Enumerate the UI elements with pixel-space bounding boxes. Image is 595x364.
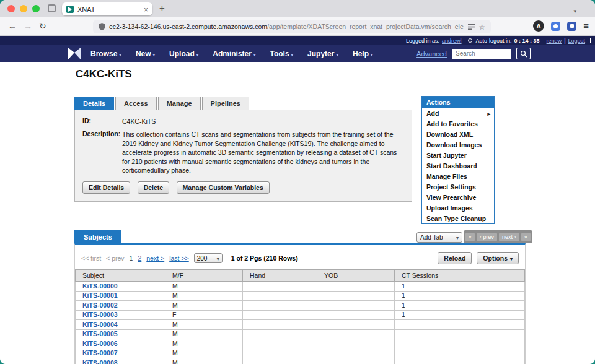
subject-link[interactable]: KiTS-00001	[82, 292, 118, 299]
new-tab-button[interactable]	[159, 2, 165, 14]
session-strip: Logged in as: andrewl Auto-logout in: 0 …	[0, 36, 595, 45]
next-page-link[interactable]: next >	[146, 254, 164, 262]
menu-new[interactable]: New	[136, 50, 155, 58]
cell-yob	[317, 320, 395, 330]
cell-mf: M	[165, 291, 243, 301]
table-row: KiTS-00000 M 1	[76, 282, 525, 292]
subject-link[interactable]: KiTS-00000	[82, 282, 118, 290]
logout-link[interactable]: Logout	[568, 38, 585, 44]
reload-page-button[interactable]	[39, 21, 46, 31]
action-download-xml[interactable]: Download XML	[422, 129, 494, 139]
manage-custom-variables-button[interactable]: Manage Custom Variables	[177, 181, 270, 194]
page-content: C4KC-KiTS Details Access Manage Pipeline…	[0, 62, 595, 364]
action-start-jupyter[interactable]: Start Jupyter	[422, 150, 494, 160]
reload-button[interactable]: Reload	[438, 252, 472, 264]
menu-upload[interactable]: Upload	[169, 50, 198, 58]
action-scan-type-cleanup[interactable]: Scan Type Cleanup	[422, 213, 494, 223]
subject-link[interactable]: KiTS-00008	[82, 359, 118, 364]
delete-button[interactable]: Delete	[138, 181, 170, 194]
menu-hamburger-icon[interactable]	[583, 20, 589, 32]
menu-tools[interactable]: Tools	[270, 50, 293, 58]
extension-icon[interactable]	[551, 22, 560, 31]
pager-next-button[interactable]: next ›	[499, 233, 519, 241]
action-project-settings[interactable]: Project Settings	[422, 181, 494, 192]
action-start-dashboard[interactable]: Start Dashboard	[422, 160, 494, 171]
xnat-logo[interactable]	[67, 48, 82, 59]
subjects-table: Subject M/F Hand YOB CT Sessions KiTS-00…	[75, 269, 525, 364]
action-view-prearchive[interactable]: View Prearchive	[422, 192, 494, 202]
zoom-window-button[interactable]	[32, 5, 40, 12]
cell-ct-sessions: 1	[395, 282, 525, 292]
tab-manage[interactable]: Manage	[158, 97, 201, 110]
logged-in-label: Logged in as:	[406, 38, 439, 44]
action-add-to-favorites[interactable]: Add to Favorites	[422, 118, 494, 129]
pipe-separator: |	[564, 38, 565, 44]
column-header-hand[interactable]: Hand	[243, 270, 317, 282]
action-add[interactable]: Add	[422, 108, 494, 118]
subject-link[interactable]: KiTS-00005	[82, 330, 118, 337]
cell-yob	[317, 339, 395, 349]
container-extension-icon[interactable]	[567, 22, 576, 31]
pager-prev-button[interactable]: ‹ prev	[477, 233, 497, 241]
renew-link[interactable]: renew	[547, 38, 562, 44]
description-label: Description:	[82, 130, 122, 175]
options-button[interactable]: Options	[477, 252, 519, 264]
forward-button[interactable]	[24, 21, 32, 31]
address-bar[interactable]: ec2-3-134-62-146.us-east-2.compute.amazo…	[93, 20, 491, 33]
search-input[interactable]	[452, 49, 511, 59]
column-header-ct-sessions[interactable]: CT Sessions	[395, 270, 525, 282]
minimize-window-button[interactable]	[20, 5, 27, 12]
bookmark-star-icon[interactable]	[478, 21, 485, 32]
chevron-down-icon	[334, 50, 338, 58]
table-row: KiTS-00006 M	[76, 339, 525, 349]
subject-link[interactable]: KiTS-00006	[82, 340, 118, 347]
profile-avatar[interactable]: A	[533, 20, 544, 32]
username-link[interactable]: andrewl	[442, 38, 462, 44]
pager-last-button[interactable]: »	[521, 233, 531, 241]
tab-subjects[interactable]: Subjects	[74, 230, 121, 244]
menu-administer[interactable]: Administer	[213, 50, 255, 58]
advanced-search-link[interactable]: Advanced	[416, 50, 447, 58]
edit-details-button[interactable]: Edit Details	[82, 181, 130, 194]
cell-yob	[317, 282, 395, 292]
cell-hand	[243, 291, 317, 301]
browser-tab[interactable]: XNAT	[62, 2, 152, 15]
close-window-button[interactable]	[7, 5, 15, 12]
search-button[interactable]	[516, 48, 531, 59]
first-page-link[interactable]: << first	[81, 254, 101, 262]
menu-help[interactable]: Help	[353, 50, 373, 58]
prev-page-link[interactable]: < prev	[106, 254, 124, 262]
column-header-yob[interactable]: YOB	[317, 270, 395, 282]
action-upload-images[interactable]: Upload Images	[422, 202, 494, 213]
subject-link[interactable]: KiTS-00002	[82, 301, 118, 309]
action-download-images[interactable]: Download Images	[422, 139, 494, 150]
tab-list-chevron-icon[interactable]	[573, 4, 576, 15]
reader-mode-icon[interactable]	[468, 24, 475, 30]
back-button[interactable]	[8, 21, 17, 31]
pagination-summary: 1 of 2 Pgs (210 Rows)	[231, 254, 298, 262]
firefox-view-icon[interactable]	[48, 4, 56, 12]
action-manage-files[interactable]: Manage Files	[422, 171, 494, 181]
page-size-select[interactable]: 200	[194, 253, 223, 263]
add-tab-select[interactable]: Add Tab	[416, 232, 462, 243]
tab-pipelines[interactable]: Pipelines	[202, 97, 249, 110]
column-header-subject[interactable]: Subject	[76, 270, 165, 282]
table-row: KiTS-00003 F 1	[76, 310, 525, 320]
close-tab-icon[interactable]	[144, 4, 148, 15]
subject-link[interactable]: KiTS-00003	[82, 311, 118, 318]
cell-yob	[317, 301, 395, 311]
url-domain: ec2-3-134-62-146.us-east-2.compute.amazo…	[109, 23, 267, 30]
pager-first-button[interactable]: «	[465, 233, 475, 241]
tab-access[interactable]: Access	[115, 97, 157, 110]
subject-link[interactable]: KiTS-00004	[82, 321, 118, 328]
page-2-link[interactable]: 2	[138, 254, 141, 262]
column-header-mf[interactable]: M/F	[165, 270, 243, 282]
menu-jupyter[interactable]: Jupyter	[307, 50, 338, 58]
shield-icon[interactable]	[99, 23, 105, 30]
last-page-link[interactable]: last >>	[169, 254, 189, 262]
window-controls	[7, 5, 40, 12]
tab-details[interactable]: Details	[74, 97, 114, 110]
menu-browse[interactable]: Browse	[90, 50, 121, 58]
cell-yob	[317, 358, 395, 364]
subject-link[interactable]: KiTS-00007	[82, 349, 118, 357]
